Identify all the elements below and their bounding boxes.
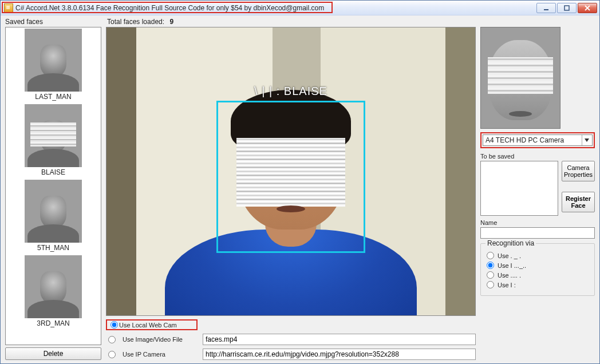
thumb-censor-overlay	[30, 122, 76, 147]
list-item[interactable]: LAST_MAN	[6, 29, 101, 101]
source-webcam-highlight: Use Local Web Cam	[106, 319, 198, 330]
total-label-text: Total faces loaded:	[107, 18, 164, 26]
video-source-block: Use Local Web Cam Use Image/Video File U…	[106, 319, 476, 360]
source-webcam-row: Use Local Web Cam	[106, 319, 476, 330]
recognition-option[interactable]: Use .... .	[487, 271, 589, 279]
total-faces-value: 9	[169, 18, 173, 26]
recognition-option-label: Use I ..._..	[498, 262, 526, 269]
radio-use-file-label: Use Image/Video File	[123, 336, 197, 343]
face-thumbnail	[25, 29, 82, 92]
to-be-saved-label: To be saved	[480, 153, 595, 160]
to-be-saved-box	[480, 161, 558, 216]
window-buttons	[536, 3, 597, 13]
radio-use-webcam-label: Use Local Web Cam	[119, 322, 194, 329]
svg-rect-0	[544, 9, 548, 10]
window-title: C# Accord.Net 3.8.0.6134 Face Recognitio…	[15, 4, 536, 12]
saved-faces-label: Saved faces	[5, 18, 101, 26]
name-label: Name	[480, 219, 595, 226]
recognition-option-label: Use . _ .	[498, 252, 521, 259]
face-thumbnail	[25, 180, 82, 243]
recognition-option[interactable]: Use I :	[487, 281, 589, 288]
chevron-down-icon	[582, 135, 591, 145]
name-input[interactable]	[480, 227, 595, 239]
recognition-option[interactable]: Use . _ .	[487, 252, 589, 259]
app-icon	[4, 3, 13, 13]
recognition-groupbox: Recognition via Use . _ .Use I ..._..Use…	[480, 243, 595, 296]
recognition-radio[interactable]	[487, 252, 494, 259]
radio-use-ip[interactable]	[108, 351, 116, 358]
svg-rect-1	[565, 6, 569, 10]
to-be-saved-row: Camera Properties Register Face	[480, 161, 595, 216]
close-button[interactable]	[578, 3, 597, 13]
source-ip-row: Use IP Camera	[106, 349, 476, 360]
source-file-row: Use Image/Video File	[106, 334, 476, 345]
face-thumbnail	[25, 104, 82, 167]
close-icon	[585, 5, 590, 11]
titlebar: C# Accord.Net 3.8.0.6134 Face Recognitio…	[1, 1, 599, 15]
delete-button[interactable]: Delete	[5, 347, 101, 360]
face-thumbnail	[25, 255, 82, 318]
detection-name-overlay: \ | | : BLAISE	[254, 85, 327, 98]
list-item[interactable]: 5TH_MAN	[6, 180, 101, 252]
list-item[interactable]: BLAISE	[6, 104, 101, 176]
video-panel: \ | | : BLAISE	[106, 27, 476, 316]
saved-faces-list[interactable]: LAST_MANBLAISE5TH_MAN3RD_MAN	[5, 27, 101, 345]
recognition-option[interactable]: Use I ..._..	[487, 262, 589, 269]
recognition-radio[interactable]	[487, 262, 494, 269]
right-column: A4 TECH HD PC Camera To be saved Camera …	[480, 27, 595, 360]
recognition-radio[interactable]	[487, 281, 494, 288]
list-item[interactable]: 3RD_MAN	[6, 255, 101, 327]
camera-select-value: A4 TECH HD PC Camera	[485, 136, 564, 144]
face-detection-box	[216, 101, 365, 253]
preview-censor-overlay	[488, 57, 553, 94]
left-column: LAST_MANBLAISE5TH_MAN3RD_MAN Delete	[5, 27, 101, 360]
face-thumbnail-label: 3RD_MAN	[6, 319, 101, 327]
face-thumbnail-label: BLAISE	[6, 168, 101, 176]
recognition-option-label: Use .... .	[498, 272, 521, 279]
face-thumbnail-label: 5TH_MAN	[6, 244, 101, 252]
maximize-icon	[564, 5, 570, 11]
center-column: \ | | : BLAISE Use Local Web Cam Use Ima…	[106, 27, 476, 360]
recognition-radio[interactable]	[487, 271, 494, 279]
recognition-legend: Recognition via	[485, 239, 536, 247]
captured-face-preview	[480, 27, 560, 129]
camera-select[interactable]: A4 TECH HD PC Camera	[483, 134, 593, 146]
preview-mouth	[509, 111, 532, 117]
app-window: C# Accord.Net 3.8.0.6134 Face Recognitio…	[0, 0, 600, 364]
radio-use-webcam[interactable]	[110, 321, 118, 329]
recognition-option-label: Use I :	[498, 282, 516, 288]
header-row: Saved faces Total faces loaded: 9	[5, 18, 595, 27]
client-area: Saved faces Total faces loaded: 9 LAST_M…	[1, 15, 599, 363]
radio-use-file[interactable]	[108, 336, 116, 343]
camera-select-highlight: A4 TECH HD PC Camera	[480, 132, 595, 148]
face-thumbnail-label: LAST_MAN	[6, 93, 101, 101]
register-face-button[interactable]: Register Face	[562, 192, 595, 212]
minimize-icon	[543, 5, 549, 11]
ip-url-input[interactable]	[203, 349, 476, 360]
radio-use-ip-label: Use IP Camera	[123, 351, 197, 358]
camera-properties-button[interactable]: Camera Properties	[562, 161, 595, 181]
body-row: LAST_MANBLAISE5TH_MAN3RD_MAN Delete	[5, 27, 595, 360]
total-faces-label: Total faces loaded: 9	[107, 18, 173, 26]
minimize-button[interactable]	[536, 3, 556, 13]
maximize-button[interactable]	[557, 3, 577, 13]
name-row: Name	[480, 219, 595, 239]
side-buttons: Camera Properties Register Face	[562, 161, 595, 212]
file-path-input[interactable]	[203, 334, 476, 345]
